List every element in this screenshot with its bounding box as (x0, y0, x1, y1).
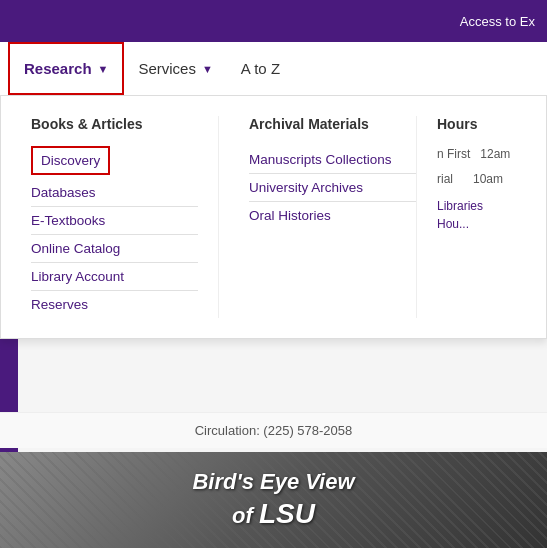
link-university-archives[interactable]: University Archives (249, 174, 416, 202)
services-arrow: ▼ (202, 63, 213, 75)
circulation-text: Circulation: (225) 578-2058 (195, 423, 353, 438)
services-label: Services (138, 60, 196, 77)
archival-materials-header: Archival Materials (249, 116, 416, 132)
link-discovery[interactable]: Discovery (31, 146, 110, 175)
hours-col: Hours n First 12am rial 10am Libraries H… (416, 116, 516, 318)
research-arrow: ▼ (98, 63, 109, 75)
bottom-image: Bird's Eye View of LSU (0, 452, 547, 548)
books-articles-header: Books & Articles (31, 116, 198, 132)
link-online-catalog[interactable]: Online Catalog (31, 235, 198, 263)
research-label: Research (24, 60, 92, 77)
dropdown-menu: Books & Articles Discovery Databases E-T… (0, 96, 547, 339)
bottom-line1: Bird's Eye View (192, 469, 354, 494)
archival-materials-col: Archival Materials Manuscripts Collectio… (218, 116, 416, 318)
atoz-label: A to Z (241, 60, 280, 77)
top-bar: Access to Ex (0, 0, 547, 42)
nav-research[interactable]: Research ▼ (8, 42, 124, 95)
libraries-hours-link[interactable]: Libraries Hou... (437, 199, 483, 231)
link-oral-histories[interactable]: Oral Histories (249, 202, 416, 229)
nav-atoz[interactable]: A to Z (227, 42, 294, 95)
link-etextbooks[interactable]: E-Textbooks (31, 207, 198, 235)
bottom-line2: of LSU (232, 503, 315, 528)
access-text: Access to Ex (460, 14, 535, 29)
link-manuscripts[interactable]: Manuscripts Collections (249, 146, 416, 174)
bottom-image-text: Bird's Eye View of LSU (192, 468, 354, 533)
hours-row-2: rial 10am (437, 171, 516, 188)
nav-bar: Research ▼ Services ▼ A to Z (0, 42, 547, 96)
nav-services[interactable]: Services ▼ (124, 42, 226, 95)
link-library-account[interactable]: Library Account (31, 263, 198, 291)
link-reserves[interactable]: Reserves (31, 291, 198, 318)
circulation-bar: Circulation: (225) 578-2058 (0, 412, 547, 448)
hours-header: Hours (437, 116, 516, 132)
books-articles-col: Books & Articles Discovery Databases E-T… (31, 116, 218, 318)
link-databases[interactable]: Databases (31, 179, 198, 207)
hours-row-1: n First 12am (437, 146, 516, 163)
